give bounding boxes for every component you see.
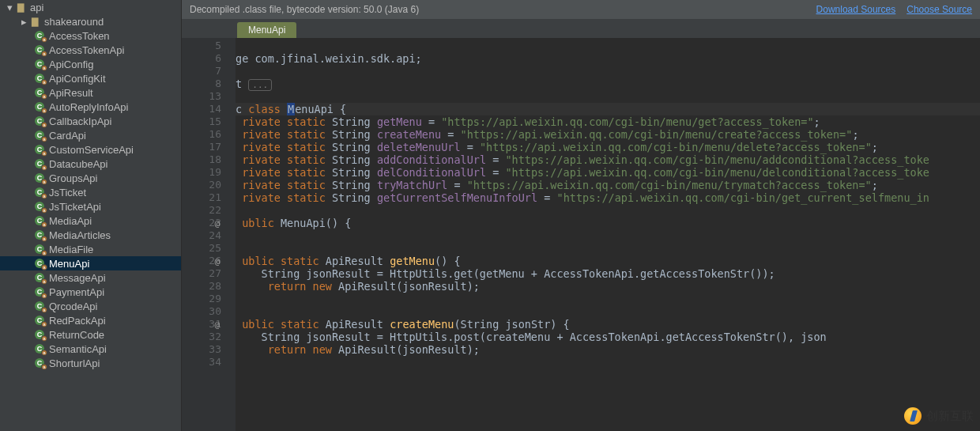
tree-label: SemanticApi <box>49 343 107 355</box>
banner-text: Decompiled .class file, bytecode version… <box>190 4 419 15</box>
chevron-right-icon: ▸ <box>19 16 28 28</box>
class-icon: Ca <box>33 258 46 269</box>
tree-root-api[interactable]: ▾ ▇ api <box>0 0 181 14</box>
tree-label: MediaFile <box>49 244 93 255</box>
tree-label: ShorturlApi <box>49 357 100 369</box>
tree-class-paymentapi[interactable]: CaPaymentApi <box>0 285 181 299</box>
tree-label: JsTicketApi <box>49 201 101 213</box>
class-icon: Ca <box>33 201 46 212</box>
folder-icon: ▇ <box>14 2 27 13</box>
tree-class-groupsapi[interactable]: CaGroupsApi <box>0 171 181 185</box>
class-icon: Ca <box>33 130 46 141</box>
watermark-logo-icon <box>904 407 922 425</box>
class-icon: Ca <box>33 315 46 326</box>
tree-class-returncode[interactable]: CaReturnCode <box>0 327 181 342</box>
tree-class-redpackapi[interactable]: CaRedPackApi <box>0 313 181 327</box>
tree-class-callbackipapi[interactable]: CaCallbackIpApi <box>0 114 181 128</box>
class-icon: Ca <box>33 229 46 240</box>
class-icon: Ca <box>33 272 46 283</box>
line-gutter: 56781314151617181920212223@242526@272829… <box>182 38 236 431</box>
code-editor[interactable]: 56781314151617181920212223@242526@272829… <box>182 38 980 431</box>
tree-label: ApiConfigKit <box>49 73 106 85</box>
class-icon: Ca <box>33 187 46 198</box>
class-icon: Ca <box>33 343 46 354</box>
tree-class-semanticapi[interactable]: CaSemanticApi <box>0 342 181 356</box>
class-icon: Ca <box>33 357 46 369</box>
tree-folder-shakearound[interactable]: ▸ ▇ shakearound <box>0 14 181 28</box>
tree-class-datacubeapi[interactable]: CaDatacubeApi <box>0 157 181 171</box>
class-icon: Ca <box>33 87 46 98</box>
tree-label: ApiConfig <box>49 59 93 70</box>
choose-sources-link[interactable]: Choose Source <box>906 4 972 15</box>
tree-label: GroupsApi <box>49 172 97 184</box>
tree-class-apiconfig[interactable]: CaApiConfig <box>0 57 181 71</box>
tree-label: CallbackIpApi <box>49 115 112 127</box>
class-icon: Ca <box>33 30 46 41</box>
tree-label: QrcodeApi <box>49 301 97 312</box>
tree-label: AccessToken <box>49 30 110 42</box>
chevron-down-icon: ▾ <box>5 2 14 13</box>
class-icon: Ca <box>33 101 46 112</box>
class-icon: Ca <box>33 59 46 70</box>
tree-label: AccessTokenApi <box>49 44 124 56</box>
tree-label: shakearound <box>44 16 104 28</box>
tree-label: MediaArticles <box>49 229 111 241</box>
watermark-text: 创新互联 <box>926 409 974 424</box>
tree-class-mediaapi[interactable]: CaMediaApi <box>0 214 181 228</box>
decompiled-banner: Decompiled .class file, bytecode version… <box>182 0 980 19</box>
tree-label: api <box>30 2 43 13</box>
tree-label: CustomServiceApi <box>49 144 134 156</box>
class-icon: Ca <box>33 115 46 127</box>
tree-label: ReturnCode <box>49 329 104 341</box>
project-tree[interactable]: ▾ ▇ api ▸ ▇ shakearound CaAccessTokenCaA… <box>0 0 182 431</box>
tree-class-cardapi[interactable]: CaCardApi <box>0 128 181 142</box>
tree-class-messageapi[interactable]: CaMessageApi <box>0 270 181 285</box>
tree-class-shorturlapi[interactable]: CaShorturlApi <box>0 356 181 370</box>
code-content[interactable]: ge com.jfinal.weixin.sdk.api;t ...c clas… <box>236 38 980 431</box>
tab-label: MenuApi <box>248 25 285 36</box>
editor-area: Decompiled .class file, bytecode version… <box>182 0 980 431</box>
tree-class-accesstokenapi[interactable]: CaAccessTokenApi <box>0 43 181 57</box>
tree-class-accesstoken[interactable]: CaAccessToken <box>0 28 181 43</box>
tree-class-mediaarticles[interactable]: CaMediaArticles <box>0 228 181 242</box>
tree-class-jsticket[interactable]: CaJsTicket <box>0 185 181 199</box>
tree-label: MessageApi <box>49 272 106 284</box>
class-icon: Ca <box>33 44 46 55</box>
tree-label: PaymentApi <box>49 286 104 298</box>
class-icon: Ca <box>33 144 46 155</box>
folder-icon: ▇ <box>28 16 41 27</box>
tree-class-mediafile[interactable]: CaMediaFile <box>0 242 181 256</box>
tree-label: ApiResult <box>49 87 93 99</box>
class-icon: Ca <box>33 286 46 297</box>
watermark: 创新互联 <box>898 406 980 426</box>
tree-class-menuapi[interactable]: CaMenuApi <box>0 256 181 270</box>
tree-label: RedPackApi <box>49 315 106 327</box>
class-icon: Ca <box>33 172 46 183</box>
class-icon: Ca <box>33 244 46 255</box>
tree-class-apiconfigkit[interactable]: CaApiConfigKit <box>0 71 181 85</box>
tree-class-qrcodeapi[interactable]: CaQrcodeApi <box>0 299 181 313</box>
editor-tab-bar: MenuApi <box>182 19 980 38</box>
tree-label: MediaApi <box>49 215 92 227</box>
tree-class-apiresult[interactable]: CaApiResult <box>0 85 181 100</box>
class-icon: Ca <box>33 215 46 226</box>
tree-label: MenuApi <box>49 258 89 270</box>
tree-label: DatacubeApi <box>49 158 107 170</box>
tree-class-jsticketapi[interactable]: CaJsTicketApi <box>0 199 181 214</box>
tree-label: CardApi <box>49 130 86 142</box>
class-icon: Ca <box>33 301 46 312</box>
class-icon: Ca <box>33 329 46 340</box>
download-sources-link[interactable]: Download Sources <box>816 4 896 15</box>
tree-label: JsTicket <box>49 187 86 198</box>
editor-tab-menuapi[interactable]: MenuApi <box>237 22 296 38</box>
tree-class-customserviceapi[interactable]: CaCustomServiceApi <box>0 142 181 157</box>
tree-label: AutoReplyInfoApi <box>49 101 128 113</box>
class-icon: Ca <box>33 73 46 84</box>
class-icon: Ca <box>33 158 46 169</box>
tree-class-autoreplyinfoapi[interactable]: CaAutoReplyInfoApi <box>0 100 181 114</box>
